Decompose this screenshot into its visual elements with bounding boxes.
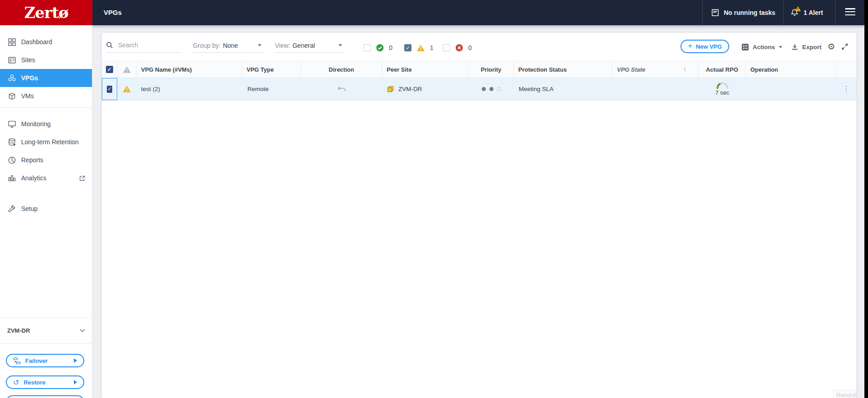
analytics-bars-icon <box>8 174 16 183</box>
row-vpg-type: Remote <box>242 78 301 100</box>
sidebar-item-vms[interactable]: VMs <box>0 87 92 105</box>
sidebar-item-label: Setup <box>21 205 38 212</box>
toolbar-divider <box>821 42 822 51</box>
new-vpg-button[interactable]: + New VPG <box>681 40 729 53</box>
setup-wrench-icon <box>8 205 16 213</box>
alerts-label: 1 Alert <box>804 9 823 16</box>
running-tasks-indicator[interactable]: No running tasks <box>711 0 775 25</box>
header-peer-site[interactable]: Peer Site <box>382 61 469 78</box>
sidebar-item-analytics[interactable]: Analytics <box>0 169 92 187</box>
plus-icon: + <box>688 41 692 50</box>
direction-reverse-arrow-icon <box>337 86 347 92</box>
sidebar-item-vpgs[interactable]: VPGs <box>0 69 92 87</box>
peer-site-icon <box>387 85 394 93</box>
row-actual-rpo: 7 sec <box>699 78 746 100</box>
submenu-arrow-icon <box>74 380 77 384</box>
sidebar-divider <box>0 343 92 344</box>
export-label: Export <box>802 44 822 50</box>
actions-grid-icon <box>741 43 749 51</box>
header-protection-status[interactable]: Protection Status <box>514 61 612 78</box>
header-vpg-state[interactable]: VPG State ↑ <box>612 61 699 78</box>
failover-label: Failover <box>25 357 48 364</box>
sidebar-item-label: Long-term Retention <box>21 138 79 146</box>
vpgs-panel: Group by: None View: General 0 ✓ 1 <box>102 33 856 398</box>
sidebar-item-long-term-retention[interactable]: Long-term Retention <box>0 133 92 151</box>
header-priority[interactable]: Priority <box>469 61 514 78</box>
export-download-icon <box>791 43 799 51</box>
restore-label: Restore <box>23 379 45 386</box>
row-vpg-state <box>612 78 699 100</box>
status-ok-icon <box>376 44 384 52</box>
tasks-icon <box>711 9 719 17</box>
vms-icon <box>8 92 16 101</box>
view-label: View: <box>275 42 290 49</box>
topbar-divider <box>835 0 836 25</box>
sidebar-item-reports[interactable]: Reports <box>0 151 92 169</box>
sidebar-item-setup[interactable]: Setup <box>0 200 92 218</box>
sidebar-item-label: Analytics <box>21 174 46 182</box>
new-vpg-label: New VPG <box>696 43 722 50</box>
filter-warning: ✓ 1 <box>404 44 434 52</box>
check-icon: ✓ <box>107 67 111 72</box>
bell-icon <box>790 8 799 17</box>
failover-icon <box>13 357 21 365</box>
rpo-value: 7 sec <box>715 89 729 96</box>
gear-icon[interactable]: ⚙ <box>827 41 835 52</box>
sidebar-item-dashboard[interactable]: Dashboard <box>0 33 92 51</box>
header-actual-rpo[interactable]: Actual RPO <box>699 61 746 78</box>
search-field-wrap <box>106 38 181 53</box>
row-warning-icon[interactable] <box>123 85 131 93</box>
filter-warning-checkbox[interactable]: ✓ <box>404 44 411 51</box>
error-count: 0 <box>468 44 472 51</box>
header-vpg-type[interactable]: VPG Type <box>242 61 301 78</box>
sidebar-item-monitoring[interactable]: Monitoring <box>0 115 92 133</box>
submenu-arrow-icon <box>74 358 77 363</box>
header-operation[interactable]: Operation <box>746 61 836 78</box>
sidebar-item-label: Monitoring <box>21 120 50 128</box>
actions-menu-button[interactable]: Actions <box>741 42 782 51</box>
failover-button[interactable]: Failover <box>6 354 84 367</box>
site-selector[interactable]: ZVM-DR <box>0 323 92 338</box>
check-icon: ✓ <box>107 87 111 91</box>
row-peer-site: ZVM-DR <box>382 78 469 100</box>
sort-ascending-icon[interactable]: ↑ <box>683 66 686 73</box>
search-input[interactable] <box>106 38 181 53</box>
header-vpg-name[interactable]: VPG Name (#VMs) <box>137 61 242 78</box>
hamburger-menu-icon[interactable] <box>845 8 855 17</box>
sidebar-divider <box>0 107 92 108</box>
header-direction[interactable]: Direction <box>301 61 382 78</box>
rpo-gauge-icon <box>716 82 729 89</box>
topbar-divider <box>783 0 784 25</box>
view-value: General <box>292 42 315 49</box>
row-vpg-name[interactable]: test (2) <box>137 78 242 100</box>
filter-error-checkbox[interactable] <box>443 44 450 51</box>
caret-down-icon <box>338 44 342 46</box>
sidebar-item-sites[interactable]: Sites <box>0 51 92 69</box>
restore-button[interactable]: ↺ Restore <box>6 375 84 389</box>
reports-pie-icon <box>8 156 16 165</box>
clipped-action-button[interactable] <box>6 395 84 398</box>
site-selector-label: ZVM-DR <box>7 327 30 334</box>
select-all-checkbox[interactable]: ✓ <box>106 66 113 73</box>
expand-fullscreen-icon[interactable] <box>841 43 849 50</box>
group-by-select[interactable]: Group by: None <box>193 38 264 53</box>
filter-error: 0 <box>443 44 472 52</box>
table-row[interactable]: ✓ test (2) Remote <box>102 78 856 101</box>
filter-ok: 0 <box>364 44 393 52</box>
row-protection-status: Meeting SLA <box>514 78 612 100</box>
vpgs-icon <box>8 74 16 82</box>
kebab-menu-icon[interactable]: ⋮ <box>842 84 850 94</box>
sidebar-item-label: Dashboard <box>21 38 52 46</box>
header-select-all-cell: ✓ <box>102 61 117 78</box>
view-select[interactable]: View: General <box>275 38 345 53</box>
row-operation <box>746 78 836 100</box>
filter-ok-checkbox[interactable] <box>364 44 371 51</box>
row-checkbox[interactable]: ✓ <box>107 86 112 93</box>
group-by-label: Group by: <box>193 42 220 49</box>
alerts-indicator[interactable]: 1 Alert <box>790 0 823 25</box>
header-alerts-cell[interactable] <box>117 61 137 78</box>
restore-history-icon: ↺ <box>13 378 19 387</box>
export-button[interactable]: Export <box>791 42 822 51</box>
check-icon: ✓ <box>406 46 410 50</box>
group-by-value: None <box>223 42 238 49</box>
